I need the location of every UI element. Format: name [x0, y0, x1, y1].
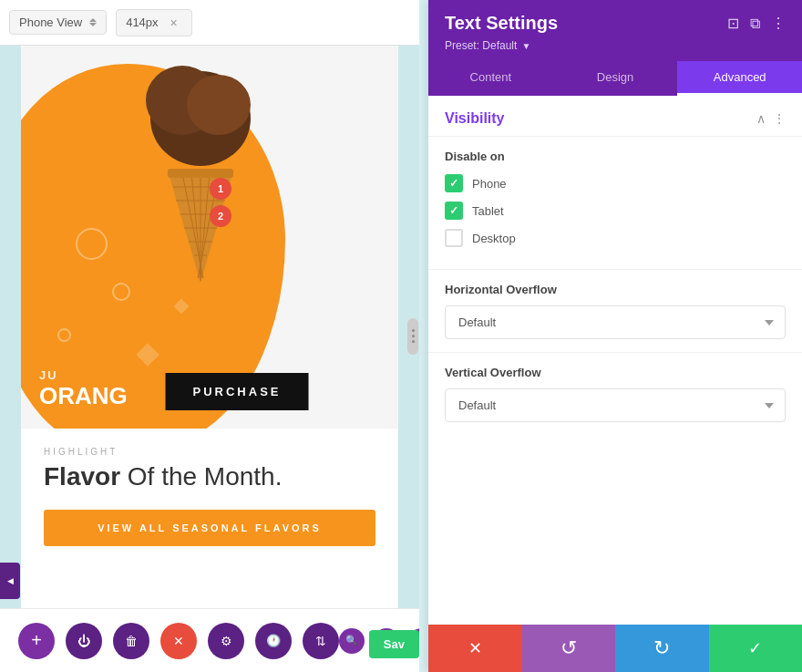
- section-actions: ∧ ⋮: [756, 111, 786, 126]
- canvas-page: JU Orang PURCHASE HIGHLIGHT Flavor Of th…: [0, 46, 419, 608]
- checkbox-tablet-label: Tablet: [472, 204, 504, 218]
- resize-handle[interactable]: [407, 318, 418, 355]
- panel-body: Visibility ∧ ⋮ Disable on Phone Tablet: [428, 96, 802, 625]
- arrow-up-icon: [89, 18, 97, 22]
- june-label: JU: [39, 368, 128, 382]
- tab-design[interactable]: Design: [553, 61, 678, 96]
- collapse-icon[interactable]: ∧: [756, 111, 766, 126]
- deco-ring-1: [76, 228, 108, 260]
- checkbox-desktop[interactable]: [445, 229, 463, 247]
- handle-dot-2: [412, 335, 415, 337]
- save-button[interactable]: Sav: [369, 630, 419, 658]
- panel-title-row: Text Settings ⊡ ⧉ ⋮: [445, 13, 786, 34]
- settings-panel: Text Settings ⊡ ⧉ ⋮ Preset: Default ▼ Co…: [428, 0, 802, 672]
- view-all-button[interactable]: VIEW ALL SEASONAL FLAVORS: [44, 510, 375, 546]
- view-select-arrows: [89, 18, 97, 26]
- purchase-button[interactable]: PURCHASE: [166, 373, 309, 410]
- flavor-bold: Flavor: [44, 462, 120, 491]
- left-edge-button[interactable]: ◀: [0, 563, 20, 599]
- panel-title: Text Settings: [445, 13, 558, 34]
- canvas-area: Phone View 414px ×: [0, 0, 419, 672]
- checkbox-desktop-row: Desktop: [445, 229, 786, 247]
- badge-1: 1: [210, 178, 231, 200]
- horizontal-overflow-select[interactable]: Default Visible Hidden Scroll Auto: [445, 305, 786, 339]
- view-select-label: Phone View: [19, 16, 82, 29]
- toolbar-right: 🔍 ◉ ? Sav: [339, 628, 419, 654]
- checkbox-phone[interactable]: [445, 174, 463, 192]
- px-field[interactable]: 414px ×: [116, 9, 191, 36]
- power-button[interactable]: ⏻: [66, 623, 102, 659]
- highlight-tag: HIGHLIGHT: [44, 447, 375, 457]
- add-button[interactable]: +: [18, 623, 55, 659]
- more-icon[interactable]: ⋮: [771, 15, 786, 32]
- tab-advanced[interactable]: Advanced: [677, 61, 802, 96]
- view-select[interactable]: Phone View: [9, 10, 107, 35]
- svg-rect-15: [168, 169, 233, 178]
- bottom-section: HIGHLIGHT Flavor Of the Month. VIEW ALL …: [21, 429, 398, 564]
- icecream-image: [118, 46, 301, 301]
- page-wrapper: JU Orang PURCHASE HIGHLIGHT Flavor Of th…: [21, 46, 398, 608]
- disable-on-label: Disable on: [445, 150, 786, 163]
- handle-dot-1: [412, 329, 415, 332]
- handle-dot-3: [412, 340, 415, 343]
- visibility-section-header: Visibility ∧ ⋮: [428, 96, 802, 137]
- checkbox-tablet[interactable]: [445, 202, 463, 220]
- left-edge-icon: ◀: [7, 576, 14, 585]
- reset-next-button[interactable]: ↻: [615, 625, 709, 672]
- close-button[interactable]: ✕: [160, 623, 197, 659]
- flavor-heading: Flavor Of the Month.: [44, 462, 375, 491]
- visibility-more-icon[interactable]: ⋮: [773, 111, 786, 126]
- search-side-button[interactable]: 🔍: [339, 628, 365, 654]
- preset-arrow-icon: ▼: [521, 41, 530, 51]
- history-button[interactable]: 🕐: [255, 623, 292, 659]
- checkbox-tablet-row: Tablet: [445, 202, 786, 220]
- checkbox-desktop-label: Desktop: [472, 232, 516, 245]
- confirm-button[interactable]: ✓: [709, 625, 803, 672]
- focus-icon[interactable]: ⊡: [727, 15, 739, 32]
- checkbox-phone-row: Phone: [445, 174, 786, 192]
- preset-label: Preset: Default: [445, 39, 517, 52]
- horizontal-overflow-label: Horizontal Overflow: [445, 283, 786, 296]
- panel-header: Text Settings ⊡ ⧉ ⋮ Preset: Default ▼: [428, 0, 802, 61]
- cancel-action-button[interactable]: ✕: [428, 625, 522, 672]
- checkbox-phone-label: Phone: [472, 177, 507, 191]
- bottom-toolbar: + ⏻ 🗑 ✕ ⚙ 🕐 ⇅ 🔍 ◉ ? Sav: [0, 608, 419, 672]
- settings-button[interactable]: ⚙: [208, 623, 244, 659]
- delete-button[interactable]: 🗑: [113, 623, 149, 659]
- columns-icon[interactable]: ⧉: [750, 16, 760, 32]
- px-value: 414px: [126, 16, 158, 29]
- sort-button[interactable]: ⇅: [303, 623, 339, 659]
- spacer: [428, 435, 802, 563]
- visibility-title: Visibility: [445, 110, 505, 127]
- visibility-content: Disable on Phone Tablet Desktop: [428, 137, 802, 269]
- vertical-overflow-label: Vertical Overflow: [445, 366, 786, 379]
- deco-ring-3: [57, 328, 71, 342]
- horizontal-overflow-group: Horizontal Overflow Default Visible Hidd…: [428, 269, 802, 352]
- top-bar: Phone View 414px ×: [0, 0, 419, 46]
- arrow-down-icon: [89, 23, 97, 26]
- vertical-overflow-select[interactable]: Default Visible Hidden Scroll Auto: [445, 388, 786, 422]
- panel-icons: ⊡ ⧉ ⋮: [727, 15, 786, 32]
- badge-2: 2: [210, 205, 231, 227]
- panel-tabs: Content Design Advanced: [428, 61, 802, 96]
- svg-point-2: [187, 75, 251, 135]
- orange-name: Orang: [39, 382, 128, 410]
- px-close-btn[interactable]: ×: [166, 15, 182, 31]
- text-overlay: JU Orang: [39, 368, 128, 410]
- toolbar-left: + ⏻ 🗑 ✕ ⚙ 🕐 ⇅: [18, 623, 339, 659]
- tab-content[interactable]: Content: [428, 61, 553, 96]
- top-section: JU Orang PURCHASE: [21, 46, 398, 429]
- reset-prev-button[interactable]: ↺: [522, 625, 616, 672]
- flavor-normal: Of the Month.: [128, 462, 283, 491]
- vertical-overflow-group: Vertical Overflow Default Visible Hidden…: [428, 352, 802, 435]
- panel-actions: ✕ ↺ ↻ ✓: [428, 625, 802, 672]
- preset-row[interactable]: Preset: Default ▼: [445, 39, 786, 52]
